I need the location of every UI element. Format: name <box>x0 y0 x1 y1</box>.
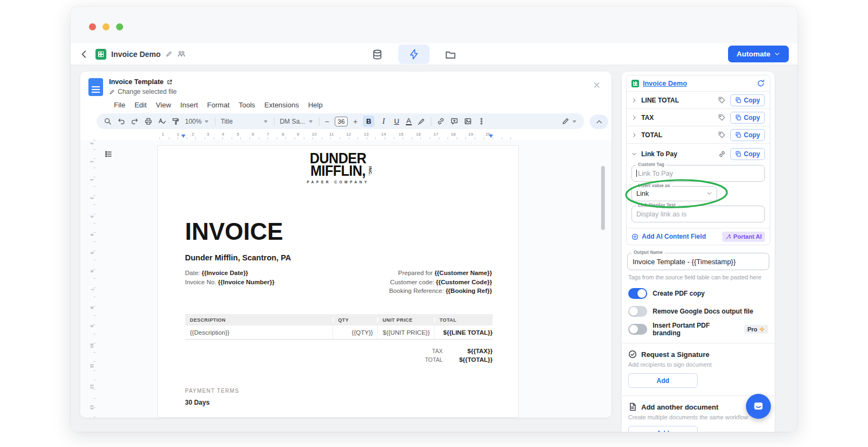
logo-inc-text: INC. <box>368 166 372 176</box>
app-window: Invoice Demo Automate Invoice Template <box>71 7 797 432</box>
share-icon[interactable] <box>177 50 186 58</box>
invoice-meta: Date: {{Invoice Date}} Invoice No. {{Inv… <box>185 269 492 296</box>
menu-format[interactable]: Format <box>207 101 229 109</box>
close-window-dot[interactable] <box>89 23 96 30</box>
field-row-tax[interactable]: TAX Copy <box>627 108 770 126</box>
field-row-total[interactable]: TOTAL Copy <box>627 126 770 143</box>
copy-button[interactable]: Copy <box>730 112 765 124</box>
document-page[interactable]: DUNDER MIFFLIN, INC. PAPER COMPANY INVOI… <box>157 145 519 418</box>
invoice-date-tag: {{Invoice Date}} <box>202 270 248 276</box>
field-row-line-total[interactable]: LINE TOTAL Copy <box>627 91 770 108</box>
menu-view[interactable]: View <box>156 101 171 109</box>
edit-title-icon[interactable] <box>165 50 173 58</box>
undo-icon[interactable] <box>117 117 125 125</box>
text-cursor <box>636 170 637 177</box>
collapse-toolbar-button[interactable] <box>590 114 608 129</box>
automation-tab-active[interactable] <box>398 44 430 64</box>
tag-icon[interactable] <box>718 113 726 122</box>
sparkle-icon <box>759 327 765 333</box>
menu-file[interactable]: File <box>114 101 125 109</box>
automate-button[interactable]: Automate <box>728 46 789 62</box>
tax-tag: ${{TAX}} <box>443 348 493 354</box>
docs-toolbar: 100% Title DM Sa... − 36 + B I <box>97 113 584 129</box>
link-to-pay-section: Link To Pay Copy Custom Tag Link To Pay … <box>627 143 770 228</box>
chevron-down-icon <box>706 190 712 196</box>
editing-mode-select[interactable] <box>561 117 577 125</box>
minimize-window-dot[interactable] <box>103 23 110 30</box>
menu-insert[interactable]: Insert <box>180 101 198 109</box>
insert-value-as-select[interactable]: Insert value as Link <box>631 186 717 201</box>
request-signature-section: Request a Signature Add recipients to si… <box>622 350 775 388</box>
copy-button[interactable]: Copy <box>730 148 765 160</box>
maximize-window-dot[interactable] <box>116 23 123 30</box>
link-icon[interactable] <box>718 150 726 158</box>
company-line: Dunder Mifflin, Scantron, PA <box>185 253 291 262</box>
document-outline-icon[interactable] <box>104 150 113 158</box>
open-file-external-icon[interactable] <box>167 79 173 85</box>
copy-button[interactable]: Copy <box>730 94 765 106</box>
menu-tools[interactable]: Tools <box>239 101 255 109</box>
pro-badge: Pro <box>744 325 768 334</box>
link-display-text-field[interactable]: Link Display Text Display link as is <box>631 206 765 222</box>
invoice-number-tag: {{Invoice Number}} <box>218 279 275 285</box>
pdf-branding-toggle[interactable] <box>628 324 647 335</box>
back-button[interactable] <box>79 48 91 60</box>
chat-widget-button[interactable] <box>746 394 771 419</box>
wand-icon <box>725 234 731 240</box>
automate-label: Automate <box>737 50 770 58</box>
insert-image-icon[interactable] <box>464 117 472 125</box>
copy-icon <box>735 97 742 104</box>
left-indent-marker[interactable] <box>181 135 186 138</box>
insert-link-icon[interactable] <box>437 117 445 125</box>
underline-button[interactable]: U <box>393 117 400 125</box>
search-icon[interactable] <box>104 117 112 125</box>
print-icon[interactable] <box>144 117 152 125</box>
output-folder-tab-icon[interactable] <box>445 49 456 60</box>
plus-circle-icon[interactable] <box>631 233 639 240</box>
spellcheck-icon[interactable] <box>158 117 166 125</box>
output-name-field[interactable]: Output Name Invoice Template - {{Timesta… <box>627 253 769 270</box>
redo-icon[interactable] <box>131 117 139 125</box>
bold-button-active[interactable]: B <box>363 116 374 127</box>
tag-icon[interactable] <box>718 131 726 139</box>
document-scrollbar[interactable] <box>601 166 605 230</box>
menu-help[interactable]: Help <box>308 101 323 109</box>
change-selected-file[interactable]: Change selected file <box>109 88 177 95</box>
add-signature-recipient-button[interactable]: Add <box>628 373 698 388</box>
highlight-color-icon[interactable] <box>417 117 425 125</box>
font-size-decrease[interactable]: − <box>325 117 329 126</box>
add-document-button[interactable]: Add <box>628 426 698 432</box>
booking-ref-tag: {{Booking Ref}} <box>445 288 492 294</box>
paint-format-icon[interactable] <box>171 117 180 125</box>
chevron-down-icon <box>263 119 269 124</box>
font-select[interactable]: DM Sa... <box>280 118 314 125</box>
create-pdf-toggle[interactable] <box>628 288 647 299</box>
text-color-button[interactable]: A <box>406 117 412 126</box>
font-size-increase[interactable]: + <box>353 117 358 126</box>
zoom-select[interactable]: 100% <box>185 118 209 125</box>
menu-extensions[interactable]: Extensions <box>264 101 299 109</box>
remove-docs-toggle[interactable] <box>628 306 647 317</box>
refresh-source-icon[interactable] <box>757 79 765 87</box>
tag-icon[interactable] <box>718 96 726 104</box>
chevron-down-icon <box>631 151 637 157</box>
font-size-input[interactable]: 36 <box>335 117 348 126</box>
copy-button[interactable]: Copy <box>730 129 765 141</box>
source-sheet-link[interactable]: Invoice Demo <box>643 80 753 87</box>
divider <box>622 343 775 343</box>
custom-tag-field[interactable]: Custom Tag Link To Pay <box>631 165 765 182</box>
italic-button[interactable]: I <box>380 117 387 126</box>
paragraph-style-select[interactable]: Title <box>221 118 269 125</box>
add-ai-content-field-link[interactable]: Add AI Content Field <box>642 233 719 240</box>
add-comment-icon[interactable] <box>450 117 458 125</box>
editing-pencil-icon <box>561 117 570 125</box>
more-options-icon[interactable] <box>477 117 486 125</box>
chat-icon <box>751 399 765 413</box>
chevron-right-icon <box>631 132 637 138</box>
source-data-tab-icon[interactable] <box>372 49 383 60</box>
menu-edit[interactable]: Edit <box>135 101 146 109</box>
customer-code-tag: {{Customer Code}} <box>436 279 492 285</box>
link-to-pay-header[interactable]: Link To Pay Copy <box>631 148 765 161</box>
close-document-icon[interactable] <box>593 81 601 89</box>
right-indent-marker[interactable] <box>489 135 493 138</box>
